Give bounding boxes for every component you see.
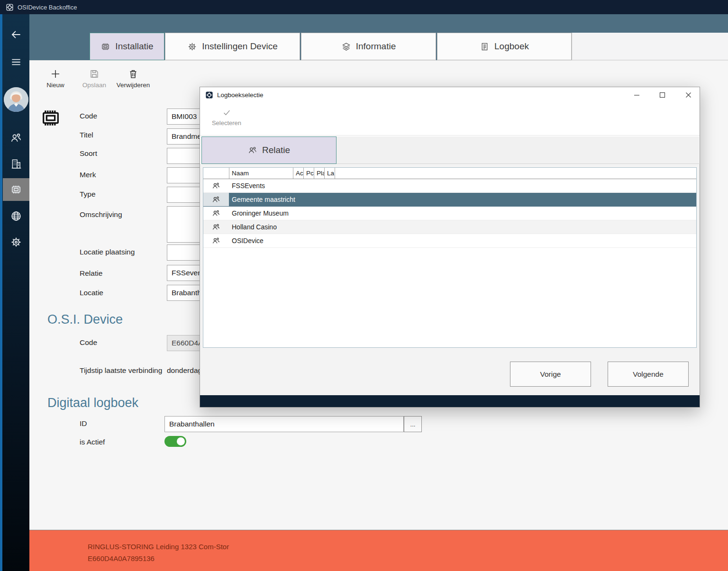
menu-icon (10, 56, 22, 68)
header-filler (335, 168, 696, 179)
minimize-icon (634, 92, 640, 98)
table-header: Naam Ac Pc Pla La (203, 168, 696, 179)
relation-icon (203, 209, 229, 218)
header-icon-column (203, 168, 229, 179)
relations-icon (10, 132, 22, 144)
trash-icon (127, 68, 139, 80)
close-button[interactable] (681, 89, 695, 100)
relations-icon (248, 145, 257, 155)
verwijderen-label: Verwijderen (117, 82, 150, 89)
row-name: Groninger Museum (229, 209, 289, 217)
relatie-table: Naam Ac Pc Pla La FSSEvents Gemeente maa… (203, 167, 697, 348)
id-label: ID (80, 419, 87, 428)
sidebar-item-relations[interactable] (3, 127, 29, 148)
alert-line2: E660D4A0A7895136 (88, 554, 155, 562)
header-pc[interactable]: Pc (303, 168, 314, 179)
menu-button[interactable] (3, 52, 29, 73)
table-row[interactable]: OSIDevice (203, 234, 696, 248)
gear-icon (187, 42, 197, 52)
tab-informatie[interactable]: Informatie (301, 33, 436, 60)
chip-icon (10, 183, 22, 196)
row-name: Holland Casino (229, 223, 277, 231)
titel-label: Titel (80, 131, 93, 139)
osi-code-label: Code (80, 338, 97, 347)
tab-label: Instellingen Device (202, 41, 277, 52)
id-browse-button[interactable]: ... (404, 416, 422, 432)
sidebar (0, 14, 29, 571)
opslaan-button[interactable]: Opslaan (79, 68, 109, 89)
volgende-button[interactable]: Volgende (608, 362, 689, 387)
selecteren-label: Selecteren (212, 119, 241, 127)
tab-label: Logboek (494, 41, 529, 52)
dialog-titlebar: Logboekselectie (200, 87, 700, 102)
dialog-tab-strip: Relatie (200, 136, 700, 164)
header-la[interactable]: La (324, 168, 335, 179)
table-row[interactable]: FSSEvents (203, 179, 696, 193)
sidebar-item-settings[interactable] (3, 232, 29, 253)
opslaan-label: Opslaan (82, 82, 106, 89)
logboekselectie-dialog: Logboekselectie Selecteren Relatie (200, 87, 700, 408)
selecteren-button[interactable]: Selecteren (209, 108, 245, 127)
is-actief-label: is Actief (80, 438, 105, 446)
chip-icon (100, 42, 110, 52)
globe-icon (10, 210, 22, 222)
user-avatar[interactable] (3, 86, 29, 113)
tab-installatie[interactable]: Installatie (90, 33, 164, 60)
tab-logboek[interactable]: Logboek (437, 33, 572, 60)
alert-line1: RINGLUS-STORING Leiding 1323 Com-Stor (88, 543, 229, 551)
tab-relatie-label: Relatie (262, 145, 290, 155)
nieuw-button[interactable]: Nieuw (41, 68, 70, 89)
check-icon (222, 108, 231, 117)
back-button[interactable] (3, 24, 29, 45)
is-actief-toggle[interactable] (164, 436, 186, 447)
tab-strip-filler (572, 33, 728, 60)
row-name: FSSEvents (229, 182, 265, 190)
toggle-knob (177, 437, 185, 445)
sidebar-item-devices[interactable] (3, 178, 29, 201)
dialog-tab-filler (337, 136, 699, 164)
maximize-icon (659, 92, 665, 98)
tab-instellingen-device[interactable]: Instellingen Device (165, 33, 300, 60)
vorige-button[interactable]: Vorige (510, 362, 591, 387)
save-icon (89, 68, 100, 80)
tab-label: Informatie (356, 41, 396, 52)
relation-icon (203, 236, 229, 245)
window-title: OSIDevice Backoffice (18, 4, 77, 11)
verwijderen-button[interactable]: Verwijderen (112, 68, 154, 89)
close-icon (685, 92, 692, 98)
table-row[interactable]: Groninger Museum (203, 207, 696, 220)
sidebar-accent-strip (0, 14, 2, 571)
back-icon (10, 28, 22, 41)
titlebar: OSIDevice Backoffice (0, 0, 728, 14)
tab-strip: Installatie Instellingen Device Informat… (29, 33, 728, 60)
gear-icon (10, 236, 22, 248)
avatar (4, 87, 28, 112)
device-chip-icon (40, 107, 62, 131)
header-ac[interactable]: Ac (293, 168, 303, 179)
app-logo-icon (205, 91, 213, 99)
table-row[interactable]: Holland Casino (203, 220, 696, 234)
alert-status-bar: RINGLUS-STORING Leiding 1323 Com-Stor E6… (29, 530, 728, 571)
tab-relatie[interactable]: Relatie (201, 136, 337, 164)
dialog-title: Logboekselectie (217, 91, 264, 99)
sidebar-item-web[interactable] (3, 206, 29, 227)
sidebar-item-buildings[interactable] (3, 154, 29, 174)
code-label: Code (80, 112, 97, 120)
header-pla[interactable]: Pla (314, 168, 324, 179)
merk-label: Merk (80, 171, 96, 179)
tab-label: Installatie (115, 41, 153, 52)
dialog-body: Naam Ac Pc Pla La FSSEvents Gemeente maa… (200, 164, 700, 396)
document-icon (480, 42, 490, 52)
digitaal-logboek-heading: Digitaal logboek (47, 396, 138, 410)
osi-device-heading: O.S.I. Device (47, 312, 123, 327)
verbinding-label: Tijdstip laatste verbinding (80, 366, 162, 375)
minimize-button[interactable] (629, 89, 644, 100)
row-name: Gemeente maastricht (229, 196, 295, 203)
header-naam[interactable]: Naam (229, 168, 293, 179)
id-input[interactable] (164, 416, 404, 432)
plus-icon (50, 68, 61, 80)
table-row-selected[interactable]: Gemeente maastricht (203, 193, 696, 207)
soort-label: Soort (80, 149, 97, 158)
relation-icon (203, 181, 229, 190)
maximize-button[interactable] (655, 89, 669, 100)
